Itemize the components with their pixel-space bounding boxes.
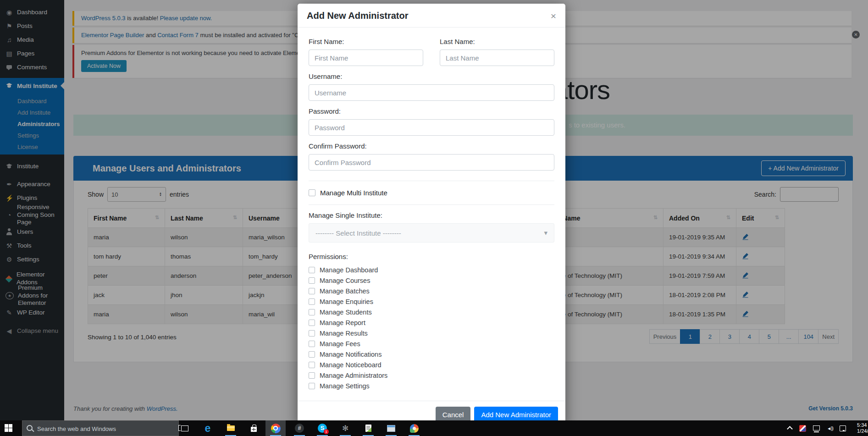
action-center-icon[interactable] — [837, 420, 849, 436]
password-field[interactable] — [309, 119, 554, 136]
permission-checkbox[interactable] — [309, 383, 315, 389]
permission-option: Manage Noticeboard — [309, 359, 554, 370]
permission-checkbox[interactable] — [309, 288, 315, 294]
permission-option: Manage Courses — [309, 275, 554, 286]
clock-date: 1/24/2019 — [857, 428, 868, 434]
paint-icon[interactable] — [404, 420, 424, 436]
notepad-plus-icon[interactable] — [358, 420, 378, 436]
permission-checkbox[interactable] — [309, 330, 315, 337]
permission-checkbox[interactable] — [309, 277, 315, 284]
hash-app-icon[interactable]: # — [289, 420, 310, 436]
permission-option: Manage Settings — [309, 381, 554, 391]
modal-title: Add New Administrator — [307, 11, 409, 21]
permission-checkbox[interactable] — [309, 351, 315, 358]
file-explorer-icon[interactable] — [221, 420, 241, 436]
task-view-icon[interactable] — [175, 420, 195, 436]
permission-checkbox[interactable] — [309, 320, 315, 326]
select-placeholder: -------- Select Institute -------- — [315, 229, 401, 237]
permission-checkbox[interactable] — [309, 341, 315, 347]
edge-icon[interactable]: e — [198, 420, 218, 436]
permission-label: Manage Fees — [320, 340, 360, 348]
permission-option: Manage Report — [309, 317, 554, 328]
username-field[interactable] — [309, 84, 554, 101]
permission-option: Manage Dashboard — [309, 265, 554, 275]
permission-checkbox[interactable] — [309, 372, 315, 379]
speaker-icon[interactable]: ◄)) — [824, 420, 836, 436]
tray-app-icon[interactable] — [796, 420, 808, 436]
skype-icon[interactable]: S1 — [312, 420, 332, 436]
modal-body: First Name: Last Name: Username: Passwor… — [298, 28, 565, 391]
modal-header: Add New Administrator × — [298, 4, 565, 28]
last-name-label: Last Name: — [440, 38, 554, 45]
confirm-password-field[interactable] — [309, 154, 554, 171]
permissions-list: Manage Dashboard Manage Courses Manage B… — [309, 265, 554, 391]
windows-store-icon[interactable] — [243, 420, 264, 436]
permissions-label: Permissions: — [309, 253, 554, 260]
single-institute-label: Manage Single Institute: — [309, 211, 554, 219]
windows-taskbar: e # S1 ✻ ◄)) 5:34 PM 1/24/2019 — [0, 420, 868, 436]
terminal-window-icon[interactable] — [381, 420, 401, 436]
network-icon[interactable] — [810, 420, 822, 436]
permission-checkbox[interactable] — [309, 309, 315, 315]
chevron-down-icon: ▾ — [544, 229, 547, 237]
add-administrator-modal: Add New Administrator × First Name: Last… — [298, 4, 565, 428]
manage-multi-institute-checkbox[interactable] — [309, 189, 315, 196]
last-name-field[interactable] — [440, 50, 554, 66]
confirm-password-label: Confirm Password: — [309, 142, 554, 150]
close-icon[interactable]: × — [551, 12, 556, 20]
permission-label: Manage Noticeboard — [320, 361, 381, 369]
permission-label: Manage Students — [320, 309, 372, 316]
notification-badge: 1 — [324, 429, 329, 434]
permission-option: Manage Results — [309, 328, 554, 338]
permission-label: Manage Administrators — [320, 372, 387, 379]
permission-label: Manage Notifications — [320, 351, 381, 358]
start-button[interactable] — [5, 424, 13, 432]
permission-option: Manage Enquiries — [309, 296, 554, 307]
permission-option: Manage Fees — [309, 338, 554, 349]
permission-checkbox[interactable] — [309, 362, 315, 368]
permission-label: Manage Dashboard — [320, 266, 378, 274]
clock-time: 5:34 PM — [857, 422, 868, 428]
permission-label: Manage Enquiries — [320, 298, 373, 305]
chrome-icon[interactable] — [265, 420, 286, 436]
search-icon — [27, 425, 33, 431]
permission-option: Manage Notifications — [309, 349, 554, 359]
permission-option: Manage Students — [309, 307, 554, 317]
manage-multi-institute-option: Manage Multi Institute — [309, 189, 554, 197]
permission-checkbox[interactable] — [309, 267, 315, 273]
permission-checkbox[interactable] — [309, 298, 315, 305]
username-label: Username: — [309, 72, 554, 80]
first-name-label: First Name: — [309, 38, 423, 45]
gray-app-icon[interactable]: ✻ — [335, 420, 355, 436]
tray-chevron-icon[interactable] — [784, 420, 796, 436]
password-label: Password: — [309, 107, 554, 115]
permission-option: Manage Batches — [309, 286, 554, 296]
first-name-field[interactable] — [309, 50, 423, 66]
checkbox-label: Manage Multi Institute — [320, 189, 387, 197]
permission-option: Manage Administrators — [309, 370, 554, 381]
permission-label: Manage Batches — [320, 287, 370, 295]
permission-label: Manage Results — [320, 330, 368, 337]
permission-label: Manage Report — [320, 319, 365, 326]
institute-select[interactable]: -------- Select Institute -------- ▾ — [309, 223, 554, 243]
permission-label: Manage Settings — [320, 382, 370, 390]
taskbar-search-input[interactable] — [36, 421, 176, 436]
taskbar-search — [22, 420, 179, 436]
taskbar-clock[interactable]: 5:34 PM 1/24/2019 — [857, 422, 868, 434]
screen: ◉ Dashboard ⚑ Posts ♫ Media ▤ Pages Comm… — [0, 0, 868, 436]
permission-label: Manage Courses — [320, 277, 370, 284]
